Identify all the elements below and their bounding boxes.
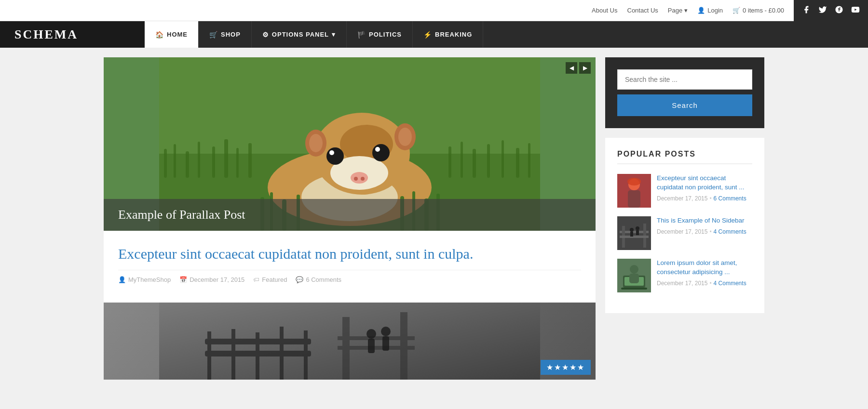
user-icon: 👤 (118, 276, 126, 283)
home-icon: 🏠 (155, 31, 164, 39)
sidebar: Search POPULAR POSTS Excepteur sint occ (605, 57, 764, 380)
svg-point-26 (326, 147, 344, 165)
svg-point-55 (366, 329, 376, 339)
svg-rect-71 (636, 230, 639, 235)
svg-rect-14 (487, 144, 490, 178)
popular-post-meta-3: December 17, 2015 • 4 Comments (657, 280, 752, 287)
svg-rect-10 (248, 143, 252, 178)
svg-rect-54 (338, 346, 415, 350)
svg-point-62 (627, 178, 641, 185)
svg-rect-56 (368, 339, 375, 353)
post-title[interactable]: Excepteur sint occaecat cupidatat non pr… (118, 244, 581, 263)
chevron-down-icon: ▾ (684, 7, 688, 14)
featured-title-overlay: Example of Parallax Post (104, 199, 596, 231)
twitter-icon[interactable] (817, 5, 828, 15)
prev-slide-button[interactable]: ◀ (566, 62, 577, 74)
nav-item-options[interactable]: ⚙ OPTIONS PANEL ▾ (252, 21, 347, 48)
facebook-icon[interactable] (801, 5, 812, 15)
featured-nav-icons: ◀ ▶ (566, 62, 591, 74)
svg-rect-15 (502, 140, 504, 178)
popular-post-thumb-1[interactable] (617, 174, 651, 208)
logo[interactable]: SCHEMA (0, 21, 145, 48)
star-rating: ★★★★★ (541, 360, 591, 375)
svg-rect-75 (621, 288, 647, 290)
svg-point-68 (630, 228, 634, 232)
svg-rect-49 (205, 339, 311, 344)
popular-posts-title: POPULAR POSTS (617, 150, 752, 164)
popular-post-meta-2: December 17, 2015 • 4 Comments (657, 228, 752, 235)
googleplus-icon[interactable] (834, 5, 844, 15)
main-column: ◀ ▶ Example of Parallax Post Excepteur s… (104, 57, 596, 380)
tag-icon: 🏷 (253, 276, 259, 283)
popular-post-item: Excepteur sint occaecat cupidatat non pr… (617, 174, 752, 208)
svg-rect-69 (630, 232, 633, 237)
popular-post-title-3[interactable]: Lorem ipsum dolor sit amet, consectetur … (657, 259, 752, 277)
svg-rect-17 (528, 143, 530, 178)
svg-rect-53 (338, 336, 415, 340)
page-link[interactable]: Page ▾ (668, 7, 688, 14)
svg-rect-13 (473, 149, 476, 178)
svg-point-29 (375, 147, 380, 152)
breaking-icon: ⚡ (423, 31, 432, 39)
svg-rect-5 (186, 151, 189, 178)
nav-item-politics[interactable]: 🏴 POLITICS (347, 21, 413, 48)
post-comments: 💬 6 Comments (296, 276, 341, 283)
featured-post: ◀ ▶ Example of Parallax Post Excepteur s… (104, 57, 596, 380)
page-content: ◀ ▶ Example of Parallax Post Excepteur s… (96, 48, 772, 389)
svg-rect-3 (164, 149, 167, 178)
nav-item-breaking[interactable]: ⚡ BREAKING (413, 21, 483, 48)
post-meta: 👤 MyThemeShop 📅 December 17, 2015 🏷 Feat… (118, 276, 581, 283)
svg-rect-12 (461, 142, 463, 178)
post-category: 🏷 Featured (253, 276, 287, 283)
popular-posts-widget: POPULAR POSTS Excepteur sint occaecat cu… (605, 138, 764, 313)
login-link[interactable]: 👤 Login (697, 7, 723, 14)
cart-link[interactable]: 🛒 0 items - £0.00 (732, 7, 784, 14)
svg-rect-9 (236, 148, 239, 178)
svg-rect-58 (382, 336, 389, 351)
post-card: Excepteur sint occaecat cupidatat non pr… (104, 231, 596, 293)
options-icon: ⚙ (262, 31, 269, 39)
svg-rect-7 (212, 146, 215, 178)
popular-post-info-1: Excepteur sint occaecat cupidatat non pr… (657, 174, 752, 202)
svg-point-27 (329, 150, 334, 155)
svg-point-23 (351, 172, 368, 184)
main-navigation: SCHEMA 🏠 HOME 🛒 SHOP ⚙ OPTIONS PANEL ▾ 🏴… (0, 21, 868, 48)
search-button[interactable]: Search (617, 94, 752, 116)
popular-post-info-3: Lorem ipsum dolor sit amet, consectetur … (657, 259, 752, 287)
logo-text: SCHEMA (14, 27, 78, 42)
youtube-icon[interactable] (850, 5, 861, 15)
popular-post-thumb-3[interactable] (617, 259, 651, 292)
popular-post-meta-1: December 17, 2015 • 6 Comments (657, 195, 752, 202)
about-us-link[interactable]: About Us (592, 7, 617, 14)
svg-point-33 (398, 128, 412, 146)
svg-point-57 (381, 327, 391, 336)
cart-icon: 🛒 (732, 7, 740, 14)
search-input[interactable] (617, 69, 752, 90)
popular-post-item-2: This is Example of No Sidebar December 1… (617, 216, 752, 250)
comment-icon: 💬 (296, 276, 303, 283)
svg-rect-6 (198, 142, 200, 178)
popular-post-title-2[interactable]: This is Example of No Sidebar (657, 216, 752, 225)
svg-point-25 (361, 177, 365, 181)
svg-rect-67 (620, 236, 649, 238)
nav-item-home[interactable]: 🏠 HOME (145, 21, 199, 48)
featured-image: ◀ ▶ Example of Parallax Post (104, 57, 596, 231)
popular-post-item-3: Lorem ipsum dolor sit amet, consectetur … (617, 259, 752, 292)
svg-point-28 (372, 144, 390, 161)
svg-rect-8 (224, 139, 228, 178)
politics-icon: 🏴 (357, 31, 366, 39)
popular-post-title-1[interactable]: Excepteur sint occaecat cupidatat non pr… (657, 174, 752, 192)
nav-item-shop[interactable]: 🛒 SHOP (199, 21, 252, 48)
top-bar: About Us Contact Us Page ▾ 👤 Login 🛒 0 i… (0, 0, 868, 21)
contact-us-link[interactable]: Contact Us (627, 7, 658, 14)
svg-point-76 (630, 265, 638, 274)
popular-post-thumb-2[interactable] (617, 216, 651, 250)
nav-items: 🏠 HOME 🛒 SHOP ⚙ OPTIONS PANEL ▾ 🏴 POLITI… (145, 21, 483, 48)
next-slide-button[interactable]: ▶ (579, 62, 591, 74)
svg-point-31 (309, 134, 323, 152)
search-widget: Search (605, 57, 764, 128)
popular-post-info-2: This is Example of No Sidebar December 1… (657, 216, 752, 235)
svg-point-24 (354, 177, 358, 181)
featured-post-title[interactable]: Example of Parallax Post (118, 208, 245, 222)
user-icon: 👤 (697, 7, 705, 14)
